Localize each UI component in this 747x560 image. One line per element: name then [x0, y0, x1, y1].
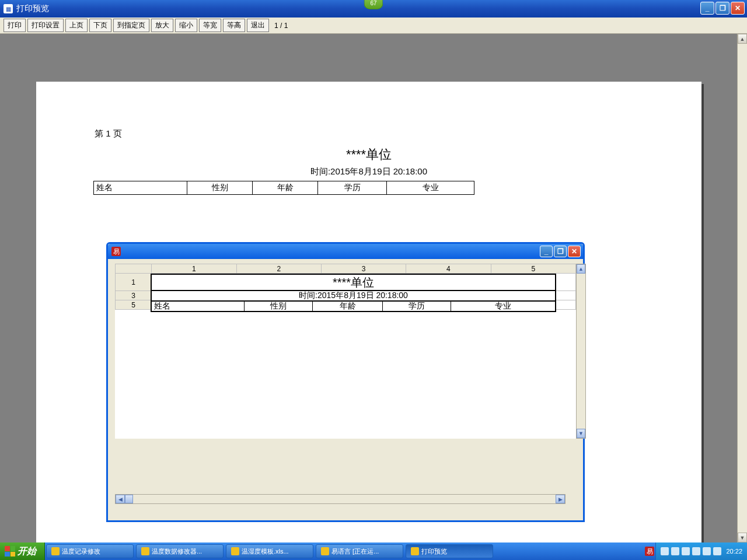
- taskbar-item[interactable]: 易语言 [正在运...: [316, 544, 403, 558]
- row-header[interactable]: 1: [116, 274, 152, 291]
- grid-maximize-button[interactable]: ❐: [554, 246, 567, 257]
- task-icon: [411, 547, 419, 555]
- zoom-in-button[interactable]: 放大: [151, 19, 173, 32]
- doc-header-cell: 姓名: [94, 181, 187, 195]
- grid-window: 易 _ ❐ ✕ 1 2 3 4 5 1: [106, 242, 585, 522]
- col-header[interactable]: 5: [491, 264, 575, 274]
- close-button[interactable]: ✕: [731, 2, 745, 15]
- grid-cell[interactable]: 学历: [383, 302, 451, 311]
- exit-button[interactable]: 退出: [247, 19, 269, 32]
- grid-cell[interactable]: 性别: [245, 302, 313, 311]
- page-number-label: 第 1 页: [95, 128, 122, 139]
- print-button[interactable]: 打印: [4, 19, 26, 32]
- doc-header-cell: 学历: [318, 181, 387, 195]
- task-icon: [51, 547, 60, 555]
- row-header[interactable]: 5: [116, 300, 152, 310]
- notification-badge[interactable]: 67: [364, 0, 383, 9]
- tray-icon[interactable]: [682, 547, 690, 555]
- easylang-icon: 易: [111, 247, 121, 256]
- easylang-tray-icon[interactable]: 易: [645, 547, 654, 556]
- scroll-left-icon[interactable]: ◀: [116, 495, 125, 503]
- grid-horizontal-scrollbar[interactable]: ◀ ▶: [115, 494, 566, 504]
- task-icon: [231, 547, 239, 555]
- tray-icon[interactable]: [703, 547, 711, 555]
- document-title: ****单位: [36, 146, 701, 163]
- col-header[interactable]: 1: [152, 264, 236, 274]
- fit-width-button[interactable]: 等宽: [199, 19, 221, 32]
- col-header[interactable]: 2: [236, 264, 321, 274]
- minimize-button[interactable]: _: [700, 2, 714, 15]
- grid-close-button[interactable]: ✕: [568, 246, 581, 257]
- row-header[interactable]: 3: [116, 291, 152, 300]
- tray-icon[interactable]: [661, 547, 669, 555]
- col-header[interactable]: 3: [321, 264, 406, 274]
- system-tray[interactable]: 20:22: [655, 542, 747, 560]
- task-label: 打印预览: [421, 547, 447, 556]
- taskbar-item[interactable]: 打印预览: [406, 544, 493, 558]
- scroll-down-icon[interactable]: ▼: [738, 533, 747, 542]
- start-button[interactable]: 开始: [0, 542, 45, 560]
- grid-window-titlebar[interactable]: 易 _ ❐ ✕: [108, 244, 583, 259]
- col-header[interactable]: 4: [406, 264, 491, 274]
- maximize-button[interactable]: ❐: [715, 2, 729, 15]
- taskbar-item[interactable]: 温度记录修改: [46, 544, 134, 558]
- print-settings-button[interactable]: 打印设置: [27, 19, 64, 32]
- grid-minimize-button[interactable]: _: [540, 246, 553, 257]
- clock[interactable]: 20:22: [726, 548, 742, 555]
- tray-icon[interactable]: [671, 547, 679, 555]
- prev-page-button[interactable]: 上页: [65, 19, 88, 32]
- preview-workspace: ▲ ▼ 第 1 页 ****单位 时间:2015年8月19日 20:18:00 …: [0, 34, 747, 542]
- spreadsheet-grid[interactable]: 1 2 3 4 5 1 3 5 ****单位 时间:2015年8月19日 20:…: [115, 264, 576, 439]
- window-title: 打印预览: [16, 4, 49, 14]
- workspace-scrollbar[interactable]: ▲ ▼: [737, 34, 747, 542]
- toolbar: 打印 打印设置 上页 下页 到指定页 放大 缩小 等宽 等高 退出 1 / 1: [0, 18, 747, 34]
- task-icon: [141, 547, 149, 555]
- window-controls: _ ❐ ✕: [700, 2, 745, 15]
- document-time: 时间:2015年8月19日 20:18:00: [36, 166, 701, 177]
- doc-header-cell: 专业: [387, 181, 474, 195]
- grid-window-controls: _ ❐ ✕: [540, 246, 581, 257]
- corner-cell[interactable]: [116, 264, 152, 274]
- grid-header-row[interactable]: 姓名性别年龄学历专业: [151, 302, 556, 312]
- fit-height-button[interactable]: 等高: [223, 19, 245, 32]
- grid-vertical-scrollbar[interactable]: ▲ ▼: [576, 264, 586, 439]
- page-indicator: 1 / 1: [274, 22, 288, 30]
- doc-header-cell: 性别: [187, 181, 253, 195]
- zoom-out-button[interactable]: 缩小: [175, 19, 197, 32]
- start-label: 开始: [18, 545, 36, 558]
- task-label: 温度数据修改器...: [152, 547, 202, 556]
- taskbar: 开始 温度记录修改温度数据修改器...温湿度模板.xls...易语言 [正在运.…: [0, 542, 747, 560]
- preview-page: 第 1 页 ****单位 时间:2015年8月19日 20:18:00 姓名性别…: [36, 82, 701, 560]
- grid-merged-title[interactable]: ****单位: [151, 274, 556, 291]
- task-label: 易语言 [正在运...: [331, 547, 379, 556]
- scroll-right-icon[interactable]: ▶: [556, 495, 565, 503]
- tray-icon[interactable]: [713, 547, 721, 555]
- scroll-down-icon[interactable]: ▼: [577, 429, 585, 438]
- taskbar-item[interactable]: 温湿度模板.xls...: [226, 544, 313, 558]
- goto-page-button[interactable]: 到指定页: [113, 19, 149, 32]
- scroll-up-icon[interactable]: ▲: [738, 34, 747, 44]
- grid-cell[interactable]: 专业: [451, 302, 555, 311]
- titlebar: ▦ 打印预览 67 _ ❐ ✕: [0, 0, 747, 18]
- grid-cell[interactable]: 姓名: [152, 302, 245, 311]
- tray-icon[interactable]: [692, 547, 700, 555]
- next-page-button[interactable]: 下页: [89, 19, 111, 32]
- app-icon: ▦: [4, 4, 13, 13]
- document-header-table: 姓名性别年龄学历专业: [93, 181, 474, 195]
- grid-time-row[interactable]: 时间:2015年8月19日 20:18:00: [151, 291, 556, 302]
- windows-flag-icon: [5, 546, 15, 556]
- grid-cell[interactable]: 年龄: [313, 302, 382, 311]
- task-icon: [321, 547, 329, 555]
- task-label: 温度记录修改: [62, 547, 100, 556]
- doc-header-cell: 年龄: [253, 181, 318, 195]
- taskbar-item[interactable]: 温度数据修改器...: [136, 544, 224, 558]
- task-label: 温湿度模板.xls...: [242, 547, 289, 556]
- scroll-up-icon[interactable]: ▲: [577, 264, 585, 274]
- scroll-thumb[interactable]: [125, 495, 133, 503]
